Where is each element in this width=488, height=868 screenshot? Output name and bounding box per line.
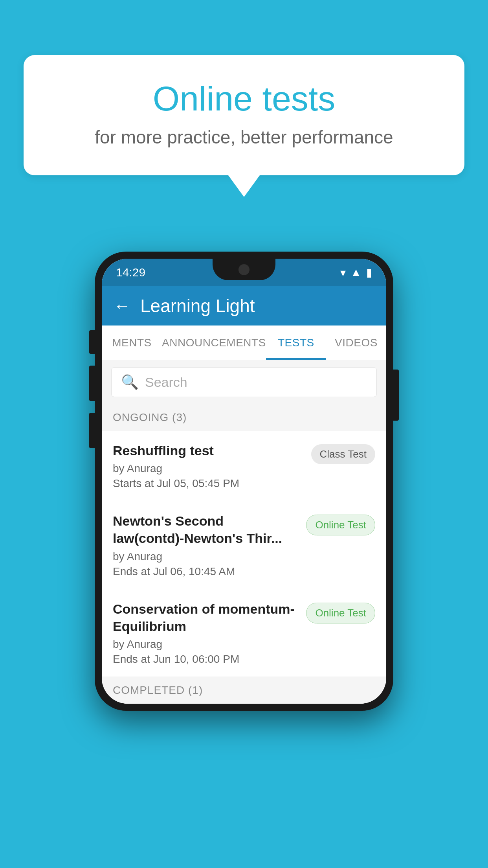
tab-videos[interactable]: VIDEOS [326,326,386,360]
test-badge-online: Online Test [306,515,375,535]
search-placeholder: Search [145,375,367,390]
phone-outer: 14:29 ▾ ▲ ▮ ← Learning Light MENTS ANNOU… [95,252,393,711]
back-button[interactable]: ← [114,296,131,316]
test-name: Newton's Second law(contd)-Newton's Thir… [113,512,298,547]
speech-bubble-arrow [228,175,260,197]
search-icon: 🔍 [121,374,139,390]
completed-section-header: COMPLETED (1) [102,677,386,704]
promo-title: Online tests [55,79,433,119]
test-date: Starts at Jul 05, 05:45 PM [113,477,303,490]
test-badge-class: Class Test [311,444,375,464]
search-wrapper: 🔍 Search [102,360,386,404]
speech-bubble: Online tests for more practice, better p… [24,55,464,175]
test-author: by Anurag [113,462,303,475]
ongoing-label: ONGOING (3) [113,411,187,423]
side-button-extra [89,413,95,448]
tab-tests[interactable]: TESTS [266,326,326,360]
completed-label: COMPLETED (1) [113,684,203,696]
status-icons: ▾ ▲ ▮ [340,266,372,279]
promo-section: Online tests for more practice, better p… [24,55,464,197]
status-bar: 14:29 ▾ ▲ ▮ [102,259,386,286]
signal-icon: ▲ [350,266,361,279]
side-button-power [393,370,399,421]
side-button-volume-down [89,366,95,401]
test-date: Ends at Jun 10, 06:00 PM [113,653,298,666]
promo-subtitle: for more practice, better performance [55,127,433,148]
ongoing-section-header: ONGOING (3) [102,404,386,431]
tab-ments[interactable]: MENTS [102,326,162,360]
side-button-volume-up [89,330,95,354]
test-info: Reshuffling test by Anurag Starts at Jul… [113,442,303,490]
status-time: 14:29 [116,266,145,279]
test-badge-online: Online Test [306,603,375,623]
battery-icon: ▮ [366,266,372,279]
test-item[interactable]: Conservation of momentum-Equilibrium by … [102,589,386,677]
search-bar[interactable]: 🔍 Search [111,367,377,397]
test-author: by Anurag [113,638,298,651]
phone-screen: 14:29 ▾ ▲ ▮ ← Learning Light MENTS ANNOU… [102,259,386,704]
app-title: Learning Light [140,295,255,316]
notch-camera [238,264,250,275]
tab-announcements[interactable]: ANNOUNCEMENTS [162,326,266,360]
test-item[interactable]: Reshuffling test by Anurag Starts at Jul… [102,431,386,501]
phone-mockup: 14:29 ▾ ▲ ▮ ← Learning Light MENTS ANNOU… [95,252,393,711]
test-name: Reshuffling test [113,442,303,459]
test-author: by Anurag [113,550,298,563]
notch [213,259,275,280]
test-name: Conservation of momentum-Equilibrium [113,600,298,635]
test-date: Ends at Jul 06, 10:45 AM [113,565,298,578]
wifi-icon: ▾ [340,266,346,279]
test-info: Newton's Second law(contd)-Newton's Thir… [113,512,298,577]
tabs-bar: MENTS ANNOUNCEMENTS TESTS VIDEOS [102,326,386,360]
app-bar: ← Learning Light [102,286,386,326]
test-info: Conservation of momentum-Equilibrium by … [113,600,298,666]
test-item[interactable]: Newton's Second law(contd)-Newton's Thir… [102,501,386,589]
